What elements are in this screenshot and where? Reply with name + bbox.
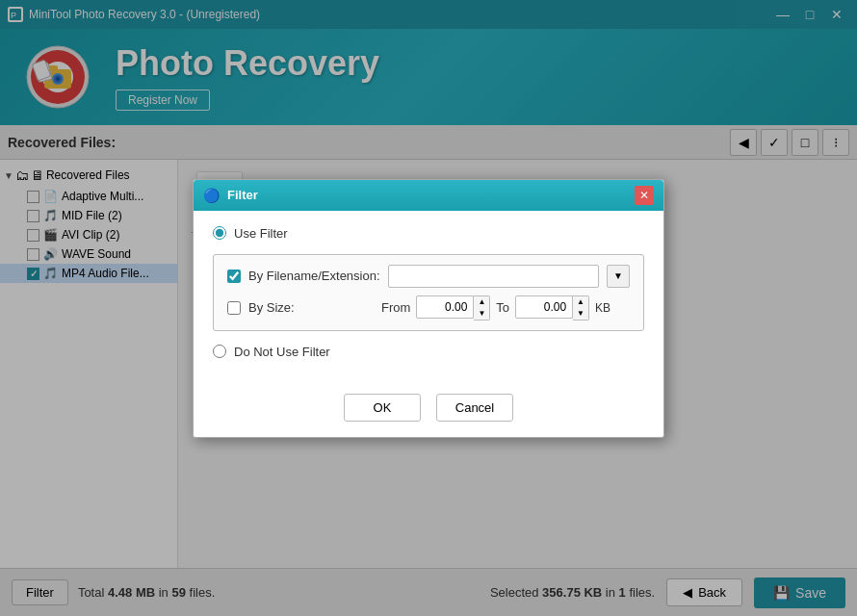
modal-overlay: 🔵 Filter ✕ Use Filter By Filename/Extens…: [0, 0, 857, 616]
to-label: To: [496, 300, 509, 315]
from-spin-up[interactable]: ▲: [474, 296, 489, 308]
to-spin-up[interactable]: ▲: [573, 296, 588, 308]
no-filter-radio[interactable]: [213, 345, 226, 358]
to-spin-down[interactable]: ▼: [573, 308, 588, 320]
dialog-close-button[interactable]: ✕: [635, 186, 654, 205]
size-unit-label: KB: [595, 301, 610, 315]
size-group: From ▲ ▼ To ▲: [381, 295, 610, 321]
size-checkbox[interactable]: [227, 301, 241, 315]
to-spin-buttons: ▲ ▼: [573, 295, 589, 321]
filename-checkbox[interactable]: [227, 270, 241, 283]
filter-options-box: By Filename/Extension: ▼ By Size: From ▲: [213, 254, 644, 331]
cancel-button[interactable]: Cancel: [436, 394, 513, 422]
filename-filter-row: By Filename/Extension: ▼: [227, 265, 630, 288]
filename-label: By Filename/Extension:: [248, 269, 380, 283]
to-spin-input: ▲ ▼: [515, 295, 589, 321]
use-filter-label: Use Filter: [234, 226, 288, 241]
from-value-input[interactable]: [416, 295, 474, 319]
dialog-title-bar: 🔵 Filter ✕: [194, 180, 663, 211]
from-spin-input: ▲ ▼: [416, 295, 490, 321]
dialog-body: Use Filter By Filename/Extension: ▼ By S…: [194, 211, 663, 384]
dialog-title-text: Filter: [227, 188, 258, 202]
filter-dialog: 🔵 Filter ✕ Use Filter By Filename/Extens…: [193, 179, 664, 438]
use-filter-row: Use Filter: [213, 226, 644, 241]
filename-input[interactable]: [388, 265, 599, 288]
size-filter-row: By Size: From ▲ ▼ To: [227, 295, 630, 321]
use-filter-radio[interactable]: [213, 226, 226, 240]
from-label: From: [381, 300, 410, 315]
size-label: By Size:: [248, 300, 374, 315]
no-filter-label: Do Not Use Filter: [234, 345, 330, 359]
ok-button[interactable]: OK: [344, 394, 421, 422]
dialog-footer: OK Cancel: [194, 384, 663, 437]
from-spin-buttons: ▲ ▼: [474, 295, 490, 321]
from-spin-down[interactable]: ▼: [474, 308, 489, 320]
filter-dialog-icon: 🔵: [203, 188, 220, 203]
to-value-input[interactable]: [515, 295, 573, 319]
filename-dropdown-button[interactable]: ▼: [607, 265, 630, 288]
no-filter-row: Do Not Use Filter: [213, 345, 644, 359]
dialog-title-left: 🔵 Filter: [203, 188, 258, 203]
